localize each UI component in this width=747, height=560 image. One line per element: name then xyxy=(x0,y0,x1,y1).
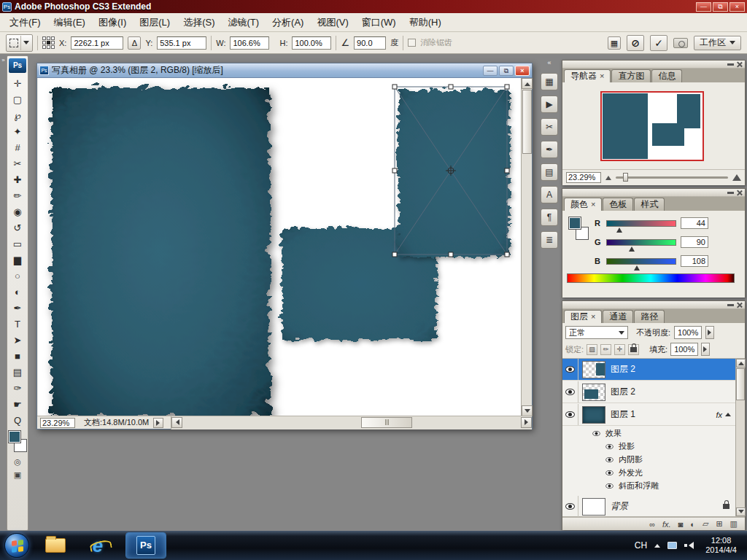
visibility-toggle[interactable] xyxy=(562,359,578,380)
menu-layer[interactable]: 图层(L) xyxy=(133,13,177,31)
transform-handle[interactable] xyxy=(449,85,453,89)
opacity-slider-button[interactable] xyxy=(705,326,714,339)
delete-layer-icon[interactable]: ▥ xyxy=(730,519,738,529)
reference-point-locator[interactable] xyxy=(42,36,55,49)
menu-window[interactable]: 窗口(W) xyxy=(355,13,403,31)
language-indicator[interactable]: CH xyxy=(635,540,647,551)
angle-input[interactable]: 90.0 xyxy=(354,36,386,50)
green-value-input[interactable]: 90 xyxy=(681,236,708,248)
layer-name[interactable]: 图层 1 xyxy=(611,408,635,421)
dock-collapse-arrow[interactable]: « xyxy=(541,58,558,68)
ie-taskbar-button[interactable]: e xyxy=(82,533,114,558)
height-input[interactable]: 100.0% xyxy=(292,36,331,50)
character-panel-icon[interactable]: A xyxy=(541,186,558,203)
warp-mode-toggle[interactable]: ▦ xyxy=(608,36,621,50)
panel-close-icon[interactable] xyxy=(736,190,743,196)
start-button[interactable] xyxy=(4,533,29,558)
layer-thumbnail[interactable] xyxy=(582,361,605,378)
close-button[interactable]: × xyxy=(729,2,745,12)
tab-info[interactable]: 信息 xyxy=(651,69,682,82)
styles-panel-icon[interactable]: ≣ xyxy=(541,231,558,249)
navigator-view-box[interactable] xyxy=(600,91,704,161)
status-zoom-input[interactable]: 23.29% xyxy=(40,418,75,428)
collapse-effects-icon[interactable] xyxy=(725,413,731,416)
bridge-icon[interactable] xyxy=(673,38,688,48)
zoom-out-icon[interactable] xyxy=(605,176,611,180)
green-slider[interactable] xyxy=(606,239,676,246)
panel-close-icon[interactable] xyxy=(736,61,743,68)
zoom-tool[interactable]: Q xyxy=(7,412,28,428)
layer-thumbnail[interactable] xyxy=(582,406,605,424)
tab-styles[interactable]: 样式 xyxy=(634,198,665,211)
transform-handle[interactable] xyxy=(449,252,453,257)
layer-thumbnail[interactable] xyxy=(582,384,605,401)
lock-pixels-button[interactable]: ✏ xyxy=(600,344,611,355)
transform-handle[interactable] xyxy=(505,168,509,173)
crop-tool[interactable]: # xyxy=(7,139,28,155)
navigator-zoom-input[interactable]: 23.29% xyxy=(566,172,601,183)
tool-presets-panel-icon[interactable]: ✂ xyxy=(541,118,558,136)
notes-tool[interactable]: ▤ xyxy=(7,364,28,380)
link-layers-icon[interactable]: ∞ xyxy=(649,520,655,529)
blend-mode-select[interactable]: 正常 xyxy=(565,326,628,339)
tab-close-icon[interactable]: × xyxy=(600,70,604,82)
menu-select[interactable]: 选择(S) xyxy=(177,13,221,31)
slice-tool[interactable]: ✂ xyxy=(7,155,28,171)
zoom-in-icon[interactable] xyxy=(732,174,741,181)
hand-tool[interactable]: ☛ xyxy=(7,396,28,412)
shape-tool[interactable]: ■ xyxy=(7,348,28,364)
layers-scroll-thumb[interactable] xyxy=(736,368,745,400)
navigator-preview[interactable] xyxy=(600,91,704,161)
menu-help[interactable]: 帮助(H) xyxy=(403,13,448,31)
minimize-button[interactable]: — xyxy=(696,2,711,12)
dodge-tool[interactable]: ◐ xyxy=(7,284,28,300)
screen-mode-button[interactable]: ▣ xyxy=(7,468,28,481)
marquee-tool[interactable]: ▢ xyxy=(7,91,28,107)
zoom-slider-thumb[interactable] xyxy=(623,173,628,182)
menu-view[interactable]: 视图(V) xyxy=(310,13,355,31)
transform-handle[interactable] xyxy=(505,252,509,257)
scroll-right-button[interactable] xyxy=(521,417,532,428)
scroll-left-button[interactable] xyxy=(171,417,182,428)
effect-row-drop-shadow[interactable]: 投影 xyxy=(562,440,735,453)
toolbox-collapse-arrow[interactable]: » xyxy=(0,55,7,66)
gradient-tool[interactable]: ▆ xyxy=(7,252,28,268)
menu-edit[interactable]: 编辑(E) xyxy=(47,13,92,31)
tab-paths[interactable]: 路径 xyxy=(634,310,665,323)
blue-slider[interactable] xyxy=(606,258,676,265)
explorer-taskbar-button[interactable] xyxy=(39,533,71,558)
fill-slider-button[interactable] xyxy=(701,343,710,356)
layer-style-badge[interactable]: fx xyxy=(716,411,722,419)
scroll-up-button[interactable] xyxy=(736,359,746,368)
status-menu-button[interactable] xyxy=(153,418,163,428)
red-slider-thumb[interactable] xyxy=(616,228,622,233)
scroll-down-button[interactable] xyxy=(736,508,746,516)
width-input[interactable]: 106.6% xyxy=(230,36,269,50)
blue-value-input[interactable]: 108 xyxy=(681,255,708,267)
type-tool[interactable]: T xyxy=(7,316,28,332)
network-icon[interactable] xyxy=(667,542,677,549)
tab-swatches[interactable]: 色板 xyxy=(603,198,633,211)
effect-row-outer-glow[interactable]: 外发光 xyxy=(562,466,735,479)
healing-brush-tool[interactable]: ✚ xyxy=(7,171,28,187)
document-titlebar[interactable]: Ps 写真相册 @ 23.3% (图层 2, RGB/8) [缩放后] — ⧉ … xyxy=(37,63,532,78)
new-layer-icon[interactable]: ⊞ xyxy=(716,519,722,529)
menu-image[interactable]: 图像(I) xyxy=(92,13,133,31)
eyedropper-tool[interactable]: ✑ xyxy=(7,380,28,396)
color-spectrum-ramp[interactable] xyxy=(567,273,735,283)
y-position-input[interactable]: 535.1 px xyxy=(157,36,206,50)
panel-minimize-icon[interactable] xyxy=(727,63,734,66)
blur-tool[interactable]: ○ xyxy=(7,268,28,284)
commit-transform-button[interactable]: ✓ xyxy=(650,35,667,51)
menu-filter[interactable]: 滤镜(T) xyxy=(221,13,266,31)
vertical-scrollbar[interactable] xyxy=(521,78,532,416)
layer-row-layer1[interactable]: 图层 1 fx xyxy=(562,404,735,426)
panel-minimize-icon[interactable] xyxy=(727,304,734,306)
layer-row-layer2-bottom[interactable]: 图层 2 xyxy=(562,381,735,403)
quick-select-tool[interactable]: ✦ xyxy=(7,123,28,139)
lasso-tool[interactable]: ℘ xyxy=(7,107,28,123)
quick-mask-button[interactable]: ◎ xyxy=(7,455,28,468)
layer-name[interactable]: 图层 2 xyxy=(611,386,635,398)
doc-close-button[interactable]: × xyxy=(515,66,530,76)
scroll-up-button[interactable] xyxy=(522,78,533,89)
